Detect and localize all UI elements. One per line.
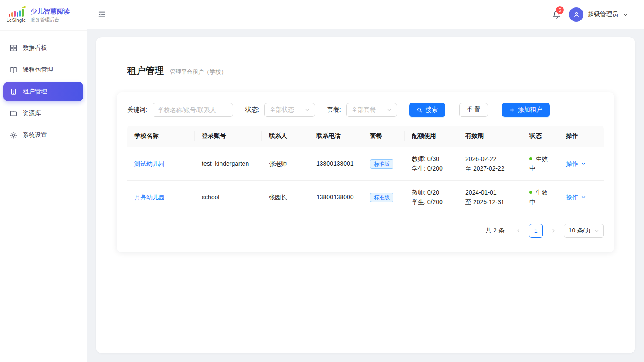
search-icon	[417, 107, 423, 113]
brand-logo-icon: LeSingle	[6, 8, 26, 23]
notification-bell-icon[interactable]: 5	[552, 10, 561, 19]
column-header-quota: 配额使用	[405, 126, 458, 147]
quota-student: 学生: 0/200	[412, 197, 451, 207]
validity-cell: 2026-02-22至 2027-02-22	[458, 147, 522, 181]
quota-teacher: 教师: 0/30	[412, 154, 451, 164]
chevron-down-icon	[581, 195, 586, 200]
keyword-label: 关键词:	[127, 106, 147, 114]
sidebar: LeSingle 少儿智慧阅读 服务管理后台 数据看板 课程包	[0, 0, 87, 362]
status-cell: 生效中	[522, 181, 559, 214]
user-menu[interactable]: 超级管理员	[569, 7, 628, 22]
column-header-status: 状态	[522, 126, 559, 147]
gear-icon	[10, 131, 17, 139]
column-header-school: 学校名称	[127, 126, 195, 147]
chevron-down-icon	[623, 12, 628, 17]
column-header-plan: 套餐	[363, 126, 405, 147]
username: 超级管理员	[588, 10, 618, 18]
column-header-validity: 有效期	[458, 126, 522, 147]
status-select-value: 全部状态	[270, 106, 294, 114]
plan-badge: 标准版	[370, 193, 393, 202]
avatar	[569, 7, 583, 22]
pagination-prev-button[interactable]	[512, 224, 525, 238]
status-cell: 生效中	[522, 147, 559, 181]
dashboard-icon	[10, 44, 17, 52]
validity-cell: 2024-01-01至 2025-12-31	[458, 181, 522, 214]
table-row: 测试幼儿园test_kindergarten张老师13800138001标准版教…	[127, 147, 604, 181]
action-link: 操作	[566, 192, 578, 202]
search-button[interactable]: 搜索	[409, 103, 445, 117]
page-size-value: 10 条/页	[569, 227, 591, 235]
sidebar-item-tenants[interactable]: 租户管理	[3, 82, 83, 101]
tenant-panel: 关键词: 状态: 全部状态 套餐: 全部套餐	[117, 92, 614, 252]
sidebar-menu: 数据看板 课程包管理 租户管理	[0, 31, 87, 145]
table-body: 测试幼儿园test_kindergarten张老师13800138001标准版教…	[127, 147, 604, 214]
brand-logo-word: LeSingle	[7, 17, 26, 23]
status-dot-icon	[529, 191, 532, 194]
brand-block: LeSingle 少儿智慧阅读 服务管理后台	[0, 0, 87, 31]
quota-teacher: 教师: 0/20	[412, 188, 451, 197]
chevron-down-icon	[594, 229, 599, 233]
valid-from: 2024-01-01	[465, 188, 515, 197]
book-icon	[10, 66, 17, 74]
row-action-dropdown[interactable]: 操作	[566, 159, 597, 168]
sidebar-item-label: 课程包管理	[23, 66, 53, 74]
status-badge: 生效中	[529, 189, 548, 205]
add-tenant-button-label: 添加租户	[518, 106, 542, 114]
column-header-account: 登录账号	[195, 126, 262, 147]
sidebar-collapse-button[interactable]	[98, 10, 106, 19]
sidebar-item-label: 数据看板	[23, 44, 47, 52]
building-icon	[10, 88, 17, 96]
sidebar-item-course-packages[interactable]: 课程包管理	[3, 60, 83, 79]
column-header-phone: 联系电话	[309, 126, 363, 147]
pagination-page-1[interactable]: 1	[529, 224, 543, 238]
page-head: 租户管理 管理平台租户（学校）	[127, 65, 614, 77]
phone-cell: 13800138001	[309, 147, 363, 181]
sidebar-item-settings[interactable]: 系统设置	[3, 126, 83, 145]
school-link[interactable]: 月亮幼儿园	[134, 194, 165, 201]
sidebar-item-dashboard[interactable]: 数据看板	[3, 38, 83, 58]
tenant-table: 学校名称 登录账号 联系人 联系电话 套餐 配额使用 有效期 状态 操作 测试幼…	[127, 126, 604, 214]
quota-cell: 教师: 0/20学生: 0/200	[405, 181, 458, 214]
reset-button-label: 重 置	[467, 106, 481, 114]
plan-select-value: 全部套餐	[352, 106, 376, 114]
account-cell: test_kindergarten	[195, 147, 262, 181]
pagination-next-button[interactable]	[546, 224, 560, 238]
quota-cell: 教师: 0/30学生: 0/200	[405, 147, 458, 181]
keyword-input[interactable]	[153, 103, 233, 117]
main-card: 租户管理 管理平台租户（学校） 关键词: 状态: 全部状态 套餐: 全部套餐	[96, 37, 635, 353]
brand-subtitle: 服务管理后台	[31, 17, 70, 23]
contact-cell: 张老师	[262, 147, 309, 181]
chevron-down-icon	[305, 108, 310, 113]
plan-select[interactable]: 全部套餐	[346, 103, 397, 117]
folder-icon	[10, 109, 17, 117]
status-badge: 生效中	[529, 155, 548, 172]
pagination: 共 2 条 1 10 条/页	[127, 224, 604, 238]
account-cell: school	[195, 181, 262, 214]
plus-icon	[509, 107, 515, 113]
brand-title: 少儿智慧阅读	[31, 7, 70, 16]
status-dot-icon	[529, 157, 532, 160]
pagination-total: 共 2 条	[485, 227, 505, 235]
notification-badge: 5	[556, 6, 564, 14]
row-action-dropdown[interactable]: 操作	[566, 192, 597, 202]
status-label: 状态:	[245, 106, 259, 114]
chevron-down-icon	[581, 161, 586, 166]
sidebar-item-resources[interactable]: 资源库	[3, 104, 83, 123]
page-size-select[interactable]: 10 条/页	[564, 224, 604, 238]
add-tenant-button[interactable]: 添加租户	[502, 103, 550, 117]
valid-to: 至 2025-12-31	[465, 197, 515, 207]
filter-bar: 关键词: 状态: 全部状态 套餐: 全部套餐	[127, 103, 604, 117]
school-link[interactable]: 测试幼儿园	[134, 160, 165, 167]
valid-to: 至 2027-02-22	[465, 164, 515, 173]
page-subtitle: 管理平台租户（学校）	[170, 68, 227, 76]
status-select[interactable]: 全部状态	[264, 103, 315, 117]
sidebar-item-label: 资源库	[23, 109, 41, 117]
action-link: 操作	[566, 159, 578, 168]
contact-cell: 张园长	[262, 181, 309, 214]
topbar: 5 超级管理员	[87, 0, 644, 29]
plan-label: 套餐:	[327, 106, 341, 114]
quota-student: 学生: 0/200	[412, 164, 451, 173]
reset-button[interactable]: 重 置	[459, 103, 488, 117]
search-button-label: 搜索	[426, 106, 438, 114]
page-title: 租户管理	[127, 65, 164, 77]
